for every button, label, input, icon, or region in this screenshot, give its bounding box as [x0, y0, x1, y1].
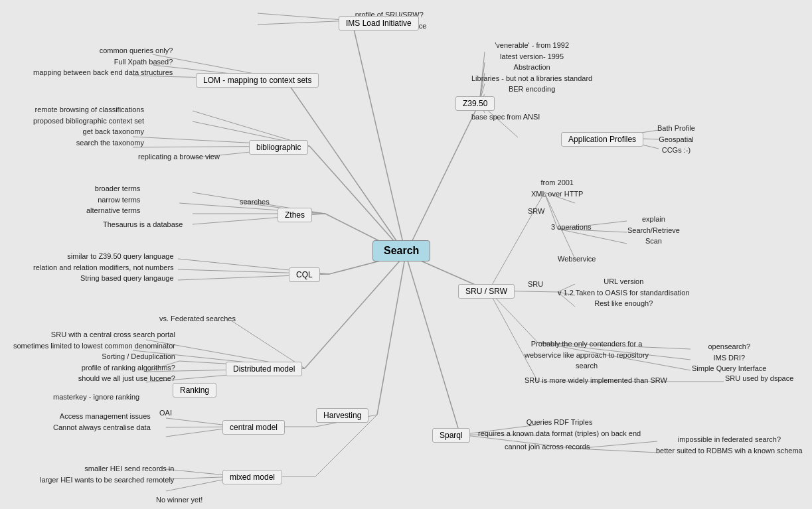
mixed-texts: smaller HEI send records in larger HEI w… [40, 463, 174, 485]
z-appprof-label: Application Profiles [561, 132, 643, 147]
mindmap-container: Search profile of SRU/SRW? Simple Query … [0, 0, 812, 509]
z-geo: Geospatial [657, 134, 695, 145]
cql-label: CQL [289, 267, 320, 282]
biblio-p4: search the taxonomy [33, 137, 144, 149]
srw-3ops-box: 3 operations [551, 222, 592, 233]
srusrw-dspace: SRU used by dspace [725, 373, 793, 384]
oai-texts: Access management issues Cannot always c… [53, 411, 151, 433]
svg-line-5 [305, 254, 406, 368]
mixed-box: mixed model [222, 470, 282, 484]
srw-p2: XML over HTTP [531, 188, 583, 200]
oai-text: OAI [159, 409, 172, 417]
biblio-p5: replicating a browse view [138, 153, 220, 161]
z-p1: 'venerable' - from 1992 [471, 40, 592, 51]
z-appprof-box: Application Profiles [561, 132, 643, 147]
sru-rest: Rest like enough? [558, 298, 690, 309]
dist-p1: vs. Federated searches [159, 315, 236, 323]
dist-p3: sometimes limited to lowest common denom… [13, 340, 175, 352]
sparql-rdb: better suited to RDBMS wih a known schem… [656, 445, 803, 457]
lom-p3: mapping between back end data structures [33, 67, 173, 78]
dist-box: Distributed model [226, 362, 302, 376]
zthes-label: Zthes [278, 208, 312, 222]
cql-p2: relation and relation modifiers, not num… [33, 262, 174, 273]
srw-webservice: Webservice [558, 254, 596, 265]
zthes-db: Thesaurus is a database [103, 219, 183, 230]
sparql-texts: Queries RDF Triples requires a known dat… [478, 417, 641, 439]
dist-p2: SRU with a central cross search portal [13, 329, 175, 340]
sparql-p3: cannot join across records [505, 443, 590, 451]
center-node: Search [372, 240, 430, 261]
cql-box: CQL [289, 267, 320, 282]
dist-p6: should we all just use lucene? [13, 373, 175, 384]
z-p6: base spec from ANSI [471, 113, 540, 121]
srusrw-wide-text: SRU is more widely implemented than SRW [525, 376, 667, 384]
sparql-label: Sparql [432, 428, 470, 443]
svg-line-1 [285, 80, 406, 254]
lom-p1: common queries only? [33, 45, 173, 56]
sparql-nojoin: cannot join across records [505, 441, 590, 453]
dist-ranking: Ranking [173, 383, 216, 398]
srw-p1: from 2001 [531, 177, 583, 188]
svg-line-2 [309, 146, 406, 254]
svg-line-9 [406, 254, 460, 435]
sparql-p2: requires a known data format (triples) o… [478, 428, 641, 439]
sru-url: URL version [558, 276, 690, 287]
dist-masterkey: masterkey - ignore ranking [53, 392, 139, 403]
svg-line-11 [258, 21, 352, 25]
central-label: central model [222, 420, 285, 435]
oai-label: OAI [159, 407, 172, 419]
cql-texts: similar to Z39.50 query language relatio… [33, 251, 174, 284]
svg-line-0 [352, 21, 406, 254]
ims-label: IMS Load Initiative [339, 16, 419, 31]
mixed-winner: No winner yet! [156, 494, 203, 506]
harvest-label: Harvesting [316, 408, 368, 423]
biblio-p2: proposed bibliographic context set [33, 115, 144, 127]
biblio-box: bibliographic [249, 140, 308, 155]
srw-search: Search/Retrieve [627, 225, 680, 236]
svg-line-6 [377, 254, 406, 415]
srw-web: Webservice [558, 255, 596, 263]
dist-texts: SRU with a central cross search portal s… [13, 329, 175, 384]
z-ansi: base spec from ANSI [471, 111, 540, 123]
zthes-p3: alternative terms [86, 205, 140, 216]
cql-p1: similar to Z39.50 query language [33, 251, 174, 262]
sru-label: SRU [528, 279, 543, 290]
z3950-label: Z39.50 [455, 96, 495, 111]
srusrw-desc: Probably the only contenders for a webse… [525, 329, 649, 381]
srusrw-opts: opensearch? IMS DRI? Simple Query Interf… [692, 341, 767, 374]
sru-texts: URL version v 1.2 Taken to OASIS for sta… [558, 276, 690, 309]
svg-line-10 [258, 13, 352, 21]
zthes-box: Zthes [278, 208, 312, 222]
dist-p5: profile of ranking algorithms? [13, 362, 175, 374]
z3950-texts: 'venerable' - from 1992 latest version- … [471, 40, 592, 95]
dist-p4: Sorting / Deduplication [13, 351, 175, 362]
svg-line-7 [406, 103, 479, 254]
srusrw-ims: IMS DRI? [692, 352, 767, 364]
z3950-box: Z39.50 [455, 96, 495, 111]
dist-ranking-box: Ranking [173, 383, 216, 398]
sru-v12: v 1.2 Taken to OASIS for standardisation [558, 287, 690, 299]
zthes-searches: searches [240, 196, 270, 208]
srw-from2001: from 2001 XML over HTTP [531, 177, 583, 199]
biblio-p1: remote browsing of classifications [33, 104, 144, 115]
srw-label: SRW [528, 207, 544, 215]
biblio-p5-text: replicating a browse view [138, 151, 220, 163]
sparql-box: Sparql [432, 428, 470, 443]
mixed-p1: smaller HEI send records in [40, 463, 174, 474]
srusrw-dspace-text: SRU used by dspace [725, 374, 793, 382]
z-ccg: CCGs :-) [657, 145, 695, 156]
lom-texts: common queries only? Full Xpath based? m… [33, 45, 173, 78]
cql-p3: String based query langauge [33, 273, 174, 284]
dist-label: Distributed model [226, 362, 302, 376]
z-p3: Abstraction [471, 62, 592, 73]
sru-text: SRU [528, 280, 543, 288]
zthes-p5: Thesaurus is a database [103, 220, 183, 228]
zthes-p4: searches [240, 198, 270, 206]
zthes-p2: narrow terms [86, 194, 140, 206]
srusrw-label: SRU / SRW [458, 284, 515, 299]
z-bath: Bath Profile [657, 123, 695, 134]
srusrw-box: SRU / SRW [458, 284, 515, 299]
oai-p2: Access management issues [53, 411, 151, 422]
srw-ops-list: explain Search/Retrieve Scan [627, 214, 680, 247]
biblio-texts: remote browsing of classifications propo… [33, 104, 144, 148]
